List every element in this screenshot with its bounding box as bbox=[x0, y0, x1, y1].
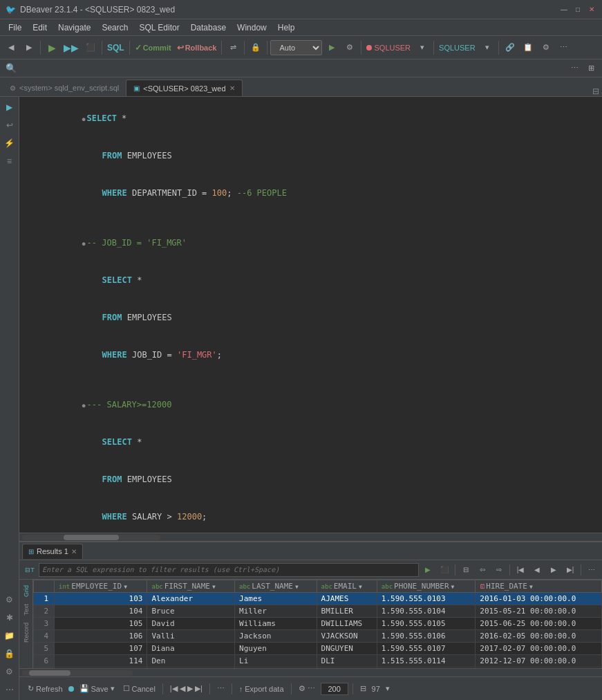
toolbar-sql-btn[interactable]: SQL bbox=[105, 39, 126, 56]
table-row[interactable]: 4 106 Valli Jackson VJACKSON 1.590.555.0… bbox=[34, 630, 602, 643]
menu-search[interactable]: Search bbox=[96, 21, 133, 34]
results-record-tab[interactable]: Record bbox=[23, 620, 30, 645]
results-col2-btn[interactable]: ⇨ bbox=[491, 562, 507, 578]
results-next-btn[interactable]: ▶ bbox=[546, 562, 561, 578]
menu-database[interactable]: Database bbox=[185, 21, 232, 34]
sidebar-list-btn[interactable]: ≡ bbox=[2, 154, 17, 169]
sidebar-asterisk-btn[interactable]: ✱ bbox=[2, 610, 17, 625]
cell-phone: 1.590.555.0106 bbox=[377, 630, 475, 643]
col-header-hiredate[interactable]: 🗓HIRE_DATE▼ bbox=[476, 580, 602, 593]
sidebar-lightning-btn[interactable]: ⚡ bbox=[2, 136, 17, 151]
menu-sqleditor[interactable]: SQL Editor bbox=[133, 21, 185, 34]
toolbar-commit-btn[interactable]: ✓Commit bbox=[133, 39, 173, 56]
filter-input[interactable] bbox=[39, 563, 419, 577]
col-header-lastname[interactable]: abcLAST_NAME▼ bbox=[235, 580, 317, 593]
save-btn[interactable]: 💾 Save ▾ bbox=[77, 683, 117, 694]
col-header-email[interactable]: abcEMAIL▼ bbox=[317, 580, 377, 593]
toolbar-rollback-btn[interactable]: ↩Rollback bbox=[175, 39, 219, 56]
sidebar-undo-btn[interactable]: ↩ bbox=[2, 118, 17, 133]
col-header-phone[interactable]: abcPHONE_NUMBER▼ bbox=[377, 580, 475, 593]
results-filter-btn[interactable]: ⊟ bbox=[458, 562, 473, 578]
search-grid-btn[interactable]: ⊞ bbox=[583, 60, 599, 77]
toolbar-nav2-btn[interactable]: 📋 bbox=[520, 39, 536, 56]
filter-icon-btn[interactable]: ⊟ bbox=[357, 683, 369, 694]
menu-edit[interactable]: Edit bbox=[27, 21, 53, 34]
toolbar-play-btn[interactable]: ▶ bbox=[323, 39, 340, 56]
results-prev-btn[interactable]: ◀ bbox=[529, 562, 545, 578]
sidebar-gear-btn[interactable]: ⚙ bbox=[2, 592, 17, 607]
code-line-6: FROM EMPLOYEES bbox=[19, 299, 602, 336]
toolbar-back-btn[interactable]: ◀ bbox=[3, 39, 19, 56]
editor[interactable]: ●SELECT * FROM EMPLOYEES WHERE DEPARTMEN… bbox=[19, 97, 602, 533]
sidebar-run-btn[interactable]: ▶ bbox=[2, 100, 17, 115]
menu-navigate[interactable]: Navigate bbox=[53, 21, 96, 34]
row-num: 6 bbox=[34, 655, 55, 667]
results-cancel-btn[interactable]: ⬛ bbox=[437, 562, 452, 578]
table-row[interactable]: 1 103 Alexander James AJAMES 1.590.555.0… bbox=[34, 593, 602, 605]
toolbar-settings-btn[interactable]: ⚙ bbox=[341, 39, 358, 56]
row-nav-btns[interactable]: |◀ ◀ ▶ ▶| bbox=[167, 683, 205, 694]
results-run-btn[interactable]: ▶ bbox=[420, 562, 435, 578]
export-btn[interactable]: ↑ Export data bbox=[236, 683, 287, 694]
table-row[interactable]: 6 114 Den Li DLI 1.515.555.0114 2012-12-… bbox=[34, 655, 602, 667]
toolbar-sqluser2-btn[interactable]: SQLUSER bbox=[437, 39, 478, 56]
menu-file[interactable]: File bbox=[3, 21, 27, 34]
settings-btn[interactable]: ⚙ ⋯ bbox=[296, 683, 318, 694]
results-tab-1[interactable]: ⊞ Results 1 ✕ bbox=[22, 544, 83, 559]
toolbar-sqluser1-dropdown[interactable]: ▾ bbox=[414, 39, 431, 56]
cell-lastname: Nguyen bbox=[235, 643, 317, 655]
results-first-btn[interactable]: |◀ bbox=[513, 562, 528, 578]
table-row[interactable]: 2 104 Bruce Miller BMILLER 1.590.555.010… bbox=[34, 605, 602, 618]
toolbar-forward-btn[interactable]: ▶ bbox=[21, 39, 37, 56]
toolbar-format-btn[interactable]: ⇌ bbox=[225, 39, 241, 56]
tab-sql-close[interactable]: ✕ bbox=[229, 84, 235, 92]
cell-email: AJAMES bbox=[317, 593, 377, 605]
results-table-container[interactable]: intEMPLOYEE_ID▼ abcFIRST_NAME▼ abcLAST_N… bbox=[33, 580, 602, 668]
results-more-btn[interactable]: ⋯ bbox=[584, 562, 599, 578]
results-sql-btn[interactable]: ⊟T bbox=[22, 562, 37, 578]
code-line-11: WHERE SALARY > 12000; bbox=[19, 498, 602, 533]
tab-bar-collapse-btn[interactable]: ⊟ bbox=[592, 86, 599, 96]
toolbar-lock-btn[interactable]: 🔒 bbox=[247, 39, 264, 56]
toolbar-more-btn[interactable]: ⋯ bbox=[556, 39, 572, 56]
toolbar-run-btn[interactable]: ▶ bbox=[44, 39, 60, 56]
col-header-rownum bbox=[34, 580, 55, 593]
search-btn[interactable]: 🔍 bbox=[3, 60, 19, 77]
table-row[interactable]: 5 107 Diana Nguyen DNGUYEN 1.590.555.010… bbox=[34, 643, 602, 655]
sidebar-folder-btn[interactable]: 📁 bbox=[2, 628, 17, 643]
row-count-more-btn[interactable]: ▾ bbox=[383, 683, 393, 694]
toolbar-nav1-btn[interactable]: 🔗 bbox=[502, 39, 518, 56]
toolbar-sqluser2-dropdown[interactable]: ▾ bbox=[479, 39, 496, 56]
toolbar-nav3-btn[interactable]: ⚙ bbox=[538, 39, 554, 56]
search-settings-btn[interactable]: ⋯ bbox=[566, 60, 583, 77]
sidebar-gear2-btn[interactable]: ⚙ bbox=[2, 664, 17, 679]
toolbar-run-script-btn[interactable]: ▶▶ bbox=[62, 39, 81, 56]
more-nav-btn[interactable]: ⋯ bbox=[214, 683, 227, 694]
minimize-button[interactable]: — bbox=[559, 5, 569, 15]
cancel-btn[interactable]: ☐ Cancel bbox=[120, 683, 158, 694]
results-col-btn[interactable]: ⇦ bbox=[475, 562, 490, 578]
menu-window[interactable]: Window bbox=[232, 21, 272, 34]
table-row[interactable]: 3 105 David Williams DWILLIAMS 1.590.555… bbox=[34, 618, 602, 630]
toolbar-stop-btn[interactable]: ⬛ bbox=[82, 39, 99, 56]
left-sidebar: ▶ ↩ ⚡ ≡ ⚙ ✱ 📁 🔒 ⚙ ⋯ bbox=[0, 97, 19, 700]
results-last-btn[interactable]: ▶| bbox=[563, 562, 578, 578]
results-text-tab[interactable]: Text bbox=[23, 601, 30, 618]
toolbar-auto-select[interactable]: Auto Manual bbox=[270, 40, 322, 55]
sidebar-more-btn[interactable]: ⋯ bbox=[2, 682, 17, 697]
page-size-input[interactable] bbox=[321, 683, 348, 695]
table-h-scroll[interactable] bbox=[19, 668, 602, 676]
refresh-btn[interactable]: ↻ Refresh bbox=[25, 683, 66, 694]
results-grid-tab[interactable]: Grid bbox=[23, 582, 30, 600]
col-header-firstname[interactable]: abcFIRST_NAME▼ bbox=[147, 580, 235, 593]
editor-h-scroll[interactable] bbox=[19, 533, 602, 541]
maximize-button[interactable]: □ bbox=[573, 5, 583, 15]
close-button[interactable]: ✕ bbox=[587, 5, 596, 15]
sidebar-lock-btn[interactable]: 🔒 bbox=[2, 646, 17, 661]
tab-sql[interactable]: ▣ <SQLUSER> 0823_wed ✕ bbox=[126, 80, 242, 96]
col-header-empid[interactable]: intEMPLOYEE_ID▼ bbox=[55, 580, 147, 593]
tab-system[interactable]: ⚙ <system> sqld_env_script.sql bbox=[3, 80, 126, 96]
toolbar-sqluser1-btn[interactable]: SQLUSER bbox=[364, 39, 413, 56]
menu-help[interactable]: Help bbox=[272, 21, 301, 34]
results-tab-close[interactable]: ✕ bbox=[71, 548, 77, 555]
